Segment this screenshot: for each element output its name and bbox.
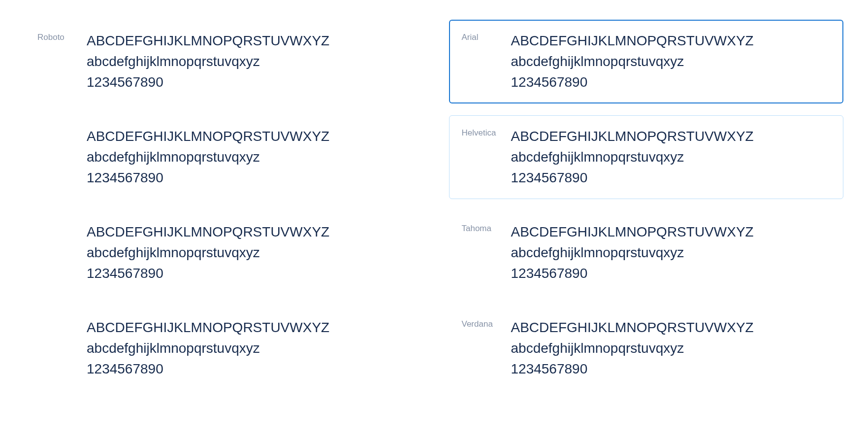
sample-upper: ABCDEFGHIJKLMNOPQRSTUVWXYZ <box>87 31 407 51</box>
sample-digits: 1234567890 <box>87 168 407 188</box>
sample-lower: abcdefghijklmnopqrstuvqxyz <box>87 147 407 168</box>
font-label <box>37 317 87 379</box>
font-label: Arial <box>462 31 511 93</box>
font-card[interactable]: ABCDEFGHIJKLMNOPQRSTUVWXYZ abcdefghijklm… <box>25 115 419 199</box>
sample-lower: abcdefghijklmnopqrstuvqxyz <box>511 242 831 263</box>
sample-digits: 1234567890 <box>511 359 831 379</box>
font-card[interactable]: ABCDEFGHIJKLMNOPQRSTUVWXYZ abcdefghijklm… <box>25 306 419 390</box>
left-column: Roboto ABCDEFGHIJKLMNOPQRSTUVWXYZ abcdef… <box>25 20 419 420</box>
font-sample: ABCDEFGHIJKLMNOPQRSTUVWXYZ abcdefghijklm… <box>87 126 407 188</box>
sample-upper: ABCDEFGHIJKLMNOPQRSTUVWXYZ <box>511 31 831 51</box>
font-label: Verdana <box>462 317 511 379</box>
sample-upper: ABCDEFGHIJKLMNOPQRSTUVWXYZ <box>511 317 831 338</box>
sample-digits: 1234567890 <box>511 263 831 284</box>
font-label <box>37 126 87 188</box>
font-sample: ABCDEFGHIJKLMNOPQRSTUVWXYZ abcdefghijklm… <box>511 31 831 93</box>
sample-upper: ABCDEFGHIJKLMNOPQRSTUVWXYZ <box>87 317 407 338</box>
sample-lower: abcdefghijklmnopqrstuvqxyz <box>87 51 407 72</box>
sample-lower: abcdefghijklmnopqrstuvqxyz <box>511 147 831 168</box>
sample-lower: abcdefghijklmnopqrstuvqxyz <box>511 338 831 359</box>
sample-lower: abcdefghijklmnopqrstuvqxyz <box>511 51 831 72</box>
font-sample: ABCDEFGHIJKLMNOPQRSTUVWXYZ abcdefghijklm… <box>87 31 407 93</box>
sample-upper: ABCDEFGHIJKLMNOPQRSTUVWXYZ <box>511 222 831 242</box>
font-label <box>37 222 87 284</box>
right-column: Arial ABCDEFGHIJKLMNOPQRSTUVWXYZ abcdefg… <box>449 20 844 420</box>
font-card-roboto[interactable]: Roboto ABCDEFGHIJKLMNOPQRSTUVWXYZ abcdef… <box>25 20 419 103</box>
sample-upper: ABCDEFGHIJKLMNOPQRSTUVWXYZ <box>87 222 407 242</box>
font-sample: ABCDEFGHIJKLMNOPQRSTUVWXYZ abcdefghijklm… <box>511 317 831 379</box>
font-sample: ABCDEFGHIJKLMNOPQRSTUVWXYZ abcdefghijklm… <box>511 222 831 284</box>
sample-lower: abcdefghijklmnopqrstuvqxyz <box>87 338 407 359</box>
sample-digits: 1234567890 <box>511 168 831 188</box>
font-card-helvetica[interactable]: Helvetica ABCDEFGHIJKLMNOPQRSTUVWXYZ abc… <box>449 115 844 199</box>
sample-digits: 1234567890 <box>87 72 407 93</box>
font-sample: ABCDEFGHIJKLMNOPQRSTUVWXYZ abcdefghijklm… <box>87 222 407 284</box>
font-label: Helvetica <box>462 126 511 188</box>
font-card-arial[interactable]: Arial ABCDEFGHIJKLMNOPQRSTUVWXYZ abcdefg… <box>449 20 844 103</box>
sample-upper: ABCDEFGHIJKLMNOPQRSTUVWXYZ <box>87 126 407 147</box>
font-sample: ABCDEFGHIJKLMNOPQRSTUVWXYZ abcdefghijklm… <box>511 126 831 188</box>
font-label: Roboto <box>37 31 87 93</box>
sample-lower: abcdefghijklmnopqrstuvqxyz <box>87 242 407 263</box>
sample-upper: ABCDEFGHIJKLMNOPQRSTUVWXYZ <box>511 126 831 147</box>
sample-digits: 1234567890 <box>511 72 831 93</box>
sample-digits: 1234567890 <box>87 263 407 284</box>
font-sample: ABCDEFGHIJKLMNOPQRSTUVWXYZ abcdefghijklm… <box>87 317 407 379</box>
font-label: Tahoma <box>462 222 511 284</box>
font-picker-grid: Roboto ABCDEFGHIJKLMNOPQRSTUVWXYZ abcdef… <box>25 20 843 420</box>
font-card[interactable]: ABCDEFGHIJKLMNOPQRSTUVWXYZ abcdefghijklm… <box>25 211 419 295</box>
font-card-verdana[interactable]: Verdana ABCDEFGHIJKLMNOPQRSTUVWXYZ abcde… <box>449 306 844 390</box>
sample-digits: 1234567890 <box>87 359 407 379</box>
font-card-tahoma[interactable]: Tahoma ABCDEFGHIJKLMNOPQRSTUVWXYZ abcdef… <box>449 211 844 295</box>
